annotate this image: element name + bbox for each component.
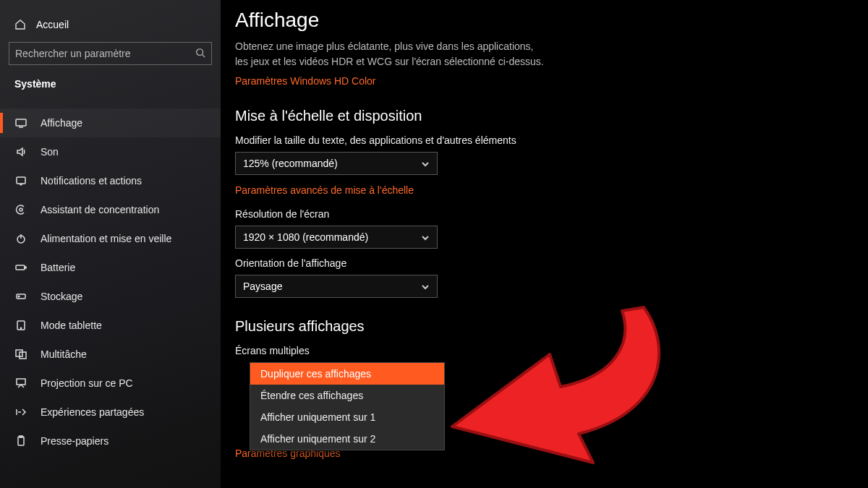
flyout-option-only2[interactable]: Afficher uniquement sur 2 bbox=[250, 428, 444, 450]
svg-point-5 bbox=[20, 208, 22, 211]
sidebar-item-label: Multitâche bbox=[41, 348, 87, 360]
shared-icon bbox=[14, 406, 27, 419]
resolution-value: 1920 × 1080 (recommandé) bbox=[243, 231, 368, 243]
sidebar-item-multitask[interactable]: Multitâche bbox=[0, 340, 221, 369]
notifications-icon bbox=[14, 174, 27, 187]
battery-icon bbox=[14, 261, 27, 274]
chevron-down-icon bbox=[421, 159, 430, 168]
sidebar-item-shared[interactable]: Expériences partagées bbox=[0, 398, 221, 427]
sidebar-item-power[interactable]: Alimentation et mise en veille bbox=[0, 224, 221, 253]
search-placeholder: Rechercher un paramètre bbox=[15, 48, 131, 59]
sound-icon bbox=[14, 145, 27, 158]
section-label: Système bbox=[0, 78, 221, 98]
svg-rect-9 bbox=[25, 267, 26, 268]
scale-value: 125% (recommandé) bbox=[243, 158, 338, 169]
svg-point-11 bbox=[18, 296, 20, 297]
resolution-label: Résolution de l'écran bbox=[235, 208, 868, 220]
resolution-dropdown[interactable]: 1920 × 1080 (recommandé) bbox=[235, 226, 438, 249]
sidebar-item-affichage[interactable]: Affichage bbox=[0, 108, 221, 137]
sidebar-item-label: Assistant de concentration bbox=[41, 204, 159, 215]
sidebar-item-label: Projection sur ce PC bbox=[41, 377, 133, 389]
page-subtitle: Obtenez une image plus éclatante, plus v… bbox=[235, 39, 611, 69]
sidebar-item-label: Presse-papiers bbox=[41, 435, 109, 447]
multitask-icon bbox=[14, 348, 27, 361]
hd-color-link[interactable]: Paramètres Windows HD Color bbox=[235, 75, 376, 87]
search-input[interactable]: Rechercher un paramètre bbox=[9, 42, 212, 65]
sidebar-item-label: Alimentation et mise en veille bbox=[41, 233, 171, 244]
flyout-option-duplicate[interactable]: Dupliquer ces affichages bbox=[250, 363, 444, 385]
sidebar-item-clipboard[interactable]: Presse-papiers bbox=[0, 427, 221, 455]
focus-icon bbox=[14, 203, 27, 216]
scale-label: Modifier la taille du texte, des applica… bbox=[235, 134, 868, 146]
svg-rect-17 bbox=[18, 437, 24, 445]
multi-heading: Plusieurs affichages bbox=[235, 318, 868, 335]
svg-point-13 bbox=[20, 328, 21, 328]
svg-rect-4 bbox=[17, 177, 25, 184]
sidebar-item-label: Son bbox=[41, 146, 59, 158]
sidebar-item-son[interactable]: Son bbox=[0, 137, 221, 166]
content-area: Affichage Obtenez une image plus éclatan… bbox=[221, 0, 868, 488]
scale-dropdown[interactable]: 125% (recommandé) bbox=[235, 152, 438, 175]
advanced-scale-link[interactable]: Paramètres avancés de mise à l'échelle bbox=[235, 184, 414, 196]
sidebar-item-label: Notifications et actions bbox=[41, 175, 142, 187]
storage-icon bbox=[14, 290, 27, 303]
sidebar-item-label: Mode tablette bbox=[41, 320, 102, 331]
sidebar-item-battery[interactable]: Batterie bbox=[0, 253, 221, 282]
home-label: Accueil bbox=[36, 19, 69, 30]
home-icon bbox=[14, 19, 26, 30]
orientation-value: Paysage bbox=[243, 281, 282, 292]
chevron-down-icon bbox=[421, 282, 430, 291]
tablet-icon bbox=[14, 319, 27, 332]
svg-rect-8 bbox=[16, 265, 25, 270]
sidebar-item-storage[interactable]: Stockage bbox=[0, 282, 221, 311]
sidebar-item-label: Batterie bbox=[41, 262, 75, 273]
orientation-dropdown[interactable]: Paysage bbox=[235, 275, 438, 298]
display-icon bbox=[14, 116, 27, 129]
flyout-option-extend[interactable]: Étendre ces affichages bbox=[250, 385, 444, 406]
clipboard-icon bbox=[14, 435, 27, 448]
sidebar-item-label: Expériences partagées bbox=[41, 406, 144, 418]
svg-line-1 bbox=[203, 54, 205, 57]
home-button[interactable]: Accueil bbox=[0, 14, 221, 42]
orientation-label: Orientation de l'affichage bbox=[235, 257, 868, 269]
sidebar: Accueil Rechercher un paramètre Système … bbox=[0, 0, 221, 488]
svg-point-0 bbox=[197, 48, 203, 55]
multi-display-flyout: Dupliquer ces affichages Étendre ces aff… bbox=[250, 362, 445, 450]
sidebar-item-label: Affichage bbox=[41, 117, 82, 129]
chevron-down-icon bbox=[421, 233, 430, 241]
flyout-option-only1[interactable]: Afficher uniquement sur 1 bbox=[250, 406, 444, 428]
sidebar-item-projection[interactable]: Projection sur ce PC bbox=[0, 369, 221, 398]
multi-label: Écrans multiples bbox=[235, 345, 868, 356]
scale-heading: Mise à l'échelle et disposition bbox=[235, 108, 868, 124]
sidebar-item-focus[interactable]: Assistant de concentration bbox=[0, 195, 221, 224]
sidebar-item-notifications[interactable]: Notifications et actions bbox=[0, 166, 221, 195]
svg-rect-16 bbox=[17, 379, 25, 385]
sidebar-item-tablet[interactable]: Mode tablette bbox=[0, 311, 221, 340]
power-icon bbox=[14, 232, 27, 245]
search-icon bbox=[195, 48, 205, 60]
svg-rect-2 bbox=[16, 119, 26, 126]
sidebar-item-label: Stockage bbox=[41, 291, 82, 302]
projection-icon bbox=[14, 377, 27, 390]
page-title: Affichage bbox=[235, 9, 868, 32]
